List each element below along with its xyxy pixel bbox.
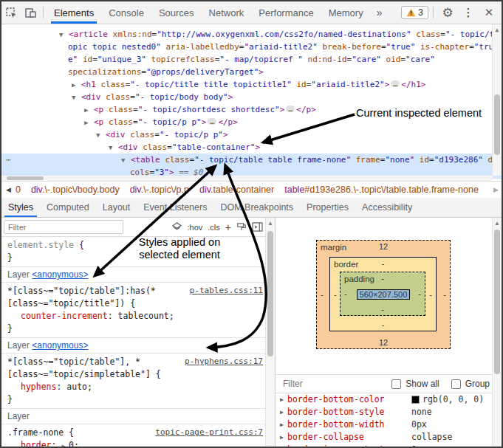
group-checkbox[interactable] (451, 379, 461, 389)
border-bottom-value[interactable]: - (330, 320, 436, 329)
padding-right-value[interactable]: - (418, 289, 421, 298)
inspect-element-icon[interactable] (1, 3, 21, 22)
expand-arrow-icon[interactable]: ▶ (280, 393, 287, 406)
css-rule[interactable]: topic-page-print.css:7.frame-none {borde… (1, 424, 275, 448)
css-source-link[interactable]: topic-page-print.css:7 (155, 427, 263, 437)
show-sidebar-icon[interactable] (252, 222, 263, 232)
scrollbar-thumb[interactable] (494, 230, 500, 374)
tab-performance[interactable]: Performance (251, 1, 321, 24)
expand-arrow-icon[interactable]: ▶ (280, 444, 287, 448)
dom-horizontal-scrollbar[interactable] (1, 176, 493, 181)
padding-top-value[interactable]: - (341, 274, 425, 283)
scrollbar-thumb[interactable] (494, 94, 500, 155)
css-line[interactable]: } (1, 393, 275, 406)
toggle-hover-state-button[interactable]: :hov (188, 223, 203, 232)
breadcrumb-item[interactable]: div.\-.topic\/p.p (130, 185, 189, 195)
styles-vertical-scrollbar[interactable]: ▲ (265, 218, 275, 448)
new-style-rule-icon[interactable]: + (225, 221, 231, 233)
margin-top-value[interactable]: 12 (317, 242, 450, 251)
sidebar-tab-layout[interactable]: Layout (96, 198, 137, 217)
dom-tree-row[interactable]: ▼<div class="- topic/p p"> (1, 128, 502, 141)
tab-network[interactable]: Network (202, 1, 252, 24)
dom-tree-row[interactable]: e" id="unique_3" topicrefclass="- map/to… (1, 53, 502, 66)
dom-tree-row[interactable]: ▼<div class="table-container"> (1, 141, 502, 154)
dom-tree-row[interactable]: opic topic nested0" aria-labelledby="ari… (1, 41, 502, 53)
css-line[interactable]: counter-increment: tablecount; (1, 310, 275, 323)
more-options-icon[interactable]: ⋮ (459, 3, 478, 22)
computed-filter-input[interactable] (281, 378, 351, 390)
dom-tree-row[interactable]: ▼<div class="- topic/body body"> (1, 91, 502, 103)
scroll-up-icon[interactable]: ▲ (266, 218, 275, 227)
settings-gear-icon[interactable]: ⚙ (438, 3, 457, 22)
toggle-class-button[interactable]: .cls (208, 223, 220, 232)
box-model-margin[interactable]: margin 12 12 - - border - - - - padding … (316, 240, 451, 349)
padding-bottom-value[interactable]: - (341, 305, 425, 314)
tab-sources[interactable]: Sources (151, 1, 202, 24)
border-top-value[interactable]: - (330, 259, 436, 268)
crumb-scroll-right-icon[interactable]: ▶ (489, 186, 502, 193)
margin-right-value[interactable]: - (443, 290, 446, 299)
toggle-device-toolbar-icon[interactable] (21, 3, 40, 22)
sidebar-tab-event-listeners[interactable]: Event Listeners (137, 198, 213, 217)
crumb-scroll-left-icon[interactable]: ◀ (1, 186, 16, 193)
border-right-value[interactable]: - (429, 290, 432, 299)
sidebar-tab-styles[interactable]: Styles (1, 198, 40, 217)
computed-property-row[interactable]: ▶border-bottom-width0px (276, 418, 502, 431)
expand-arrow-icon[interactable]: ▶ (280, 431, 287, 444)
box-model-border[interactable]: border - - - - padding - - - - 560×207 (329, 257, 437, 331)
computed-property-row[interactable]: ▶border-bottom-colorrgb(0, 0, 0) (276, 393, 502, 406)
warnings-badge[interactable]: 3 (401, 6, 428, 19)
css-source-link[interactable]: p-hyphens.css:17 (185, 356, 263, 366)
expand-ellipsis-icon[interactable]: … (391, 80, 400, 87)
box-model-content[interactable]: 560×207.500 (357, 289, 410, 300)
scroll-up-icon[interactable]: ▲ (493, 218, 502, 227)
breadcrumb-item[interactable]: div.table-container (199, 185, 274, 195)
css-source-link[interactable]: p-tables.css:11 (190, 286, 263, 295)
scrollbar-thumb[interactable] (267, 231, 273, 356)
css-line[interactable]: [class~="topic/title"]) { (1, 297, 275, 310)
close-devtools-icon[interactable]: ✕ (479, 3, 499, 22)
expand-arrow-icon[interactable]: ▶ (280, 406, 287, 418)
border-left-value[interactable]: - (334, 290, 337, 299)
dom-tree-row[interactable]: ▼<article xmlns:nd="http://www.oxygenxml… (1, 28, 502, 41)
sidebar-tab-properties[interactable]: Properties (300, 198, 355, 217)
breadcrumb-item[interactable]: table#d193e286.\-.topic\/table.table.fra… (284, 185, 479, 195)
css-layers-icon[interactable] (171, 221, 182, 232)
css-line[interactable]: [class~="topic/simpletable"] { (1, 368, 275, 381)
margin-left-value[interactable]: - (321, 290, 324, 299)
show-all-checkbox[interactable] (391, 379, 401, 389)
more-tabs-icon[interactable]: » (371, 7, 389, 18)
computed-property-row[interactable]: ▶border-collapsecollapse (276, 431, 502, 444)
dom-tree-row[interactable]: ▶<h1 class="- topic/title title topictit… (1, 78, 502, 91)
sidebar-tab-computed[interactable]: Computed (40, 198, 96, 217)
expand-ellipsis-icon[interactable]: … (286, 106, 295, 112)
tab-memory[interactable]: Memory (321, 1, 371, 24)
css-line[interactable]: } (1, 323, 275, 335)
computed-property-row[interactable]: ▶border-image-outset0 (276, 444, 502, 448)
layer-link[interactable]: <anonymous> (32, 269, 88, 280)
styles-filter-input[interactable] (4, 220, 123, 234)
css-rule[interactable]: p-hyphens.css:17*[class~="topic/table"],… (1, 354, 275, 409)
tab-console[interactable]: Console (101, 1, 151, 24)
padding-left-value[interactable]: - (344, 289, 347, 298)
breadcrumb-item[interactable]: 0 (16, 185, 21, 195)
dom-tree-row[interactable]: ⋯▼<table class="- topic/table table fram… (1, 154, 502, 166)
box-model-padding[interactable]: padding - - - - 560×207.500 (340, 272, 425, 316)
scroll-up-icon[interactable]: ▲ (493, 24, 502, 33)
css-line[interactable]: border: ▶ 0; (1, 439, 275, 448)
sidebar-tab-dom-breakpoints[interactable]: DOM Breakpoints (213, 198, 300, 217)
dom-tree-row[interactable]: specializations="@props/deliveryTarget"> (1, 66, 502, 78)
rendering-emulation-icon[interactable] (236, 222, 247, 232)
dom-vertical-scrollbar[interactable]: ▲ (492, 24, 502, 176)
margin-bottom-value[interactable]: 12 (317, 338, 450, 347)
tab-elements[interactable]: Elements (47, 1, 101, 24)
expand-ellipsis-icon[interactable]: … (208, 118, 216, 125)
computed-property-row[interactable]: ▶border-bottom-stylenone (276, 406, 502, 418)
css-line[interactable]: hyphens: auto; (1, 381, 275, 393)
sidebar-tab-accessibility[interactable]: Accessibility (355, 198, 419, 217)
breadcrumb-item[interactable]: div.\-.topic\/body.body (31, 185, 120, 195)
expand-arrow-icon[interactable]: ▶ (280, 418, 287, 431)
layer-link[interactable]: <anonymous> (32, 340, 88, 351)
computed-vertical-scrollbar[interactable]: ▲ (492, 218, 502, 448)
row-options-icon[interactable]: ⋯ (6, 154, 12, 166)
